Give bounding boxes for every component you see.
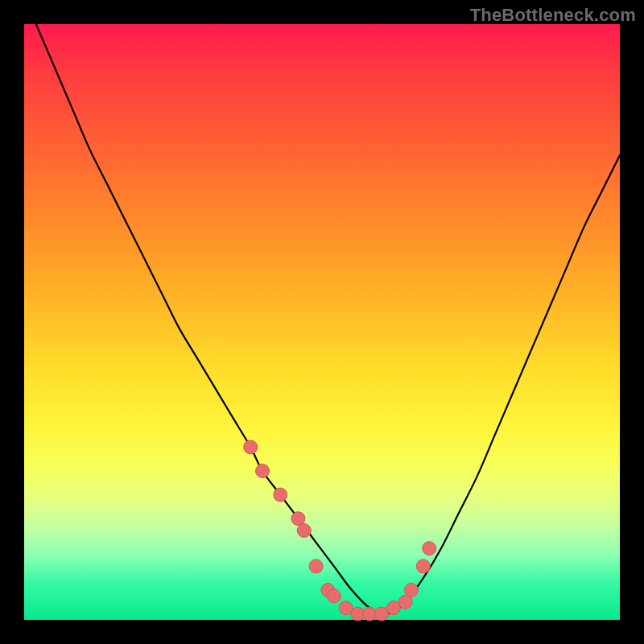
curve-marker (297, 524, 311, 538)
curve-marker (274, 488, 287, 502)
chart-frame (24, 24, 620, 620)
plot-svg (24, 24, 620, 620)
curve-marker (423, 542, 436, 555)
curve-marker (416, 559, 430, 573)
curve-marker (256, 464, 270, 478)
curve-marker (327, 589, 341, 603)
curve-marker (244, 440, 258, 454)
marker-group (244, 440, 436, 621)
bottleneck-curve (36, 24, 620, 614)
watermark-text: TheBottleneck.com (470, 5, 636, 26)
curve-marker (309, 559, 323, 573)
curve-marker (405, 584, 419, 597)
